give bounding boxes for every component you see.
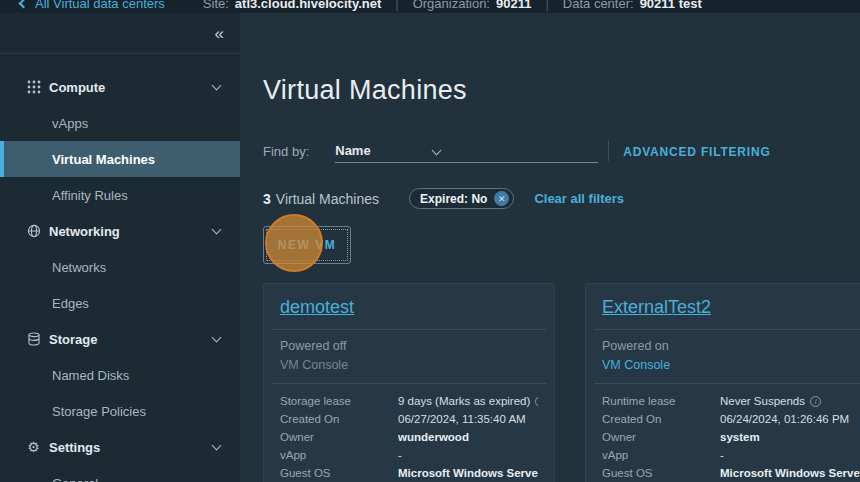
detail-value: - bbox=[398, 446, 402, 464]
data-center-value: 90211 test bbox=[640, 0, 702, 11]
info-icon[interactable]: i bbox=[535, 396, 538, 407]
detail-label: vApp bbox=[280, 446, 398, 464]
detail-label: Guest OS bbox=[280, 464, 398, 482]
detail-row: Owner wunderwood bbox=[280, 428, 538, 446]
detail-value: 06/27/2024, 11:35:40 AM bbox=[398, 410, 526, 428]
vm-console-link[interactable]: VM Console bbox=[280, 356, 538, 375]
sidebar-item-label: Storage Policies bbox=[52, 404, 146, 419]
chevron-down-icon bbox=[431, 145, 441, 155]
data-center-label: Data center: bbox=[563, 0, 634, 11]
vm-name-link[interactable]: ExternalTest2 bbox=[602, 297, 711, 317]
topbar-separator: | bbox=[545, 0, 548, 11]
detail-label: Guest OS bbox=[602, 464, 720, 482]
advanced-filtering-link[interactable]: ADVANCED FILTERING bbox=[623, 145, 770, 163]
detail-label: Created On bbox=[280, 410, 398, 428]
find-by-label: Find by: bbox=[263, 144, 309, 163]
chevron-down-icon bbox=[212, 441, 222, 451]
chevron-down-icon bbox=[212, 225, 222, 235]
top-bar: All Virtual data centers Site: atl3.clou… bbox=[0, 0, 860, 13]
sidebar-item-networks[interactable]: Networks bbox=[0, 249, 240, 285]
chevron-down-icon bbox=[212, 81, 222, 91]
detail-label: Owner bbox=[280, 428, 398, 446]
vm-card-demotest: demotest Powered off VM Console Storage … bbox=[263, 283, 555, 482]
sidebar-collapse-icon[interactable]: « bbox=[215, 25, 224, 42]
vm-console-link[interactable]: VM Console bbox=[602, 356, 860, 375]
sidebar-item-label: Affinity Rules bbox=[52, 188, 128, 203]
detail-row: Storage lease 9 days (Marks as expired)i bbox=[280, 392, 538, 410]
vm-cards-row: demotest Powered off VM Console Storage … bbox=[263, 283, 860, 482]
vm-name-link[interactable]: demotest bbox=[280, 297, 354, 317]
detail-value: 9 days (Marks as expired)i bbox=[398, 392, 538, 410]
topbar-separator: | bbox=[395, 0, 398, 11]
sidebar-item-label: Networks bbox=[52, 260, 106, 275]
vm-count-number: 3 bbox=[263, 191, 271, 207]
chevron-down-icon bbox=[212, 333, 222, 343]
sidebar-item-named-disks[interactable]: Named Disks bbox=[0, 357, 240, 393]
site-value: atl3.cloud.hivelocity.net bbox=[235, 0, 381, 11]
sidebar-item-general[interactable]: General bbox=[0, 465, 240, 482]
find-by-row: Find by: Name ADVANCED FILTERING bbox=[263, 139, 860, 163]
vertical-divider bbox=[608, 141, 609, 161]
new-vm-button[interactable]: NEW VM bbox=[263, 226, 351, 264]
page-title: Virtual Machines bbox=[263, 75, 860, 106]
detail-value: Never Suspendsi bbox=[720, 392, 821, 410]
sidebar-section-label: Networking bbox=[49, 224, 120, 239]
sidebar-section-label: Storage bbox=[49, 332, 97, 347]
sidebar-item-label: Edges bbox=[52, 296, 89, 311]
sidebar-item-affinity-rules[interactable]: Affinity Rules bbox=[0, 177, 240, 213]
gear-icon: ⚙ bbox=[26, 440, 41, 455]
vm-card-externaltest2: ExternalTest2 Powered on VM Console Runt… bbox=[585, 283, 860, 482]
back-link-label: All Virtual data centers bbox=[35, 0, 165, 11]
organization-label: Organization: bbox=[413, 0, 490, 11]
detail-value: Microsoft Windows Server 20... bbox=[398, 464, 538, 482]
info-icon[interactable]: i bbox=[810, 396, 821, 407]
detail-label: Storage lease bbox=[280, 392, 398, 410]
detail-row: vApp - bbox=[280, 446, 538, 464]
chevron-left-icon bbox=[19, 0, 29, 8]
sidebar-section-settings[interactable]: ⚙ Settings bbox=[0, 429, 240, 465]
sidebar-section-label: Settings bbox=[49, 440, 100, 455]
storage-icon bbox=[26, 332, 41, 347]
detail-value: wunderwood bbox=[398, 428, 469, 446]
sidebar-item-label: Named Disks bbox=[52, 368, 129, 383]
detail-label: Created On bbox=[602, 410, 720, 428]
detail-row: Guest OS Microsoft Windows Server 20... bbox=[602, 464, 860, 482]
organization-value: 90211 bbox=[496, 0, 531, 11]
sidebar-item-label: Virtual Machines bbox=[52, 152, 155, 167]
power-state: Powered off bbox=[280, 337, 538, 356]
detail-label: vApp bbox=[602, 446, 720, 464]
find-by-select[interactable]: Name bbox=[335, 143, 598, 163]
globe-icon bbox=[26, 224, 41, 239]
detail-row: Runtime lease Never Suspendsi bbox=[602, 392, 860, 410]
detail-row: vApp - bbox=[602, 446, 860, 464]
detail-value: Microsoft Windows Server 20... bbox=[720, 464, 860, 482]
detail-value: - bbox=[720, 446, 724, 464]
chip-close-icon[interactable]: ✕ bbox=[494, 191, 509, 206]
sidebar-section-networking[interactable]: Networking bbox=[0, 213, 240, 249]
find-by-selected-value: Name bbox=[335, 143, 370, 158]
vm-count-label: Virtual Machines bbox=[276, 191, 379, 207]
sidebar-item-label: General bbox=[52, 476, 98, 482]
detail-row: Guest OS Microsoft Windows Server 20... bbox=[280, 464, 538, 482]
filter-chip-label: Expired: No bbox=[420, 192, 487, 206]
site-label: Site: bbox=[203, 0, 229, 11]
clear-all-filters-link[interactable]: Clear all filters bbox=[534, 191, 624, 206]
sidebar-section-storage[interactable]: Storage bbox=[0, 321, 240, 357]
vm-count-row: 3 Virtual Machines Expired: No ✕ Clear a… bbox=[263, 188, 860, 209]
detail-row: Created On 06/27/2024, 11:35:40 AM bbox=[280, 410, 538, 428]
sidebar-item-edges[interactable]: Edges bbox=[0, 285, 240, 321]
expired-filter-chip[interactable]: Expired: No ✕ bbox=[409, 188, 514, 209]
sidebar-item-vapps[interactable]: vApps bbox=[0, 105, 240, 141]
sidebar-nav: Compute vApps Virtual Machines Affinity … bbox=[0, 54, 240, 482]
back-to-data-centers-link[interactable]: All Virtual data centers bbox=[20, 0, 165, 11]
main-content: Virtual Machines Find by: Name ADVANCED … bbox=[240, 13, 860, 482]
sidebar-item-label: vApps bbox=[52, 116, 88, 131]
sidebar-item-storage-policies[interactable]: Storage Policies bbox=[0, 393, 240, 429]
sidebar-section-label: Compute bbox=[49, 80, 105, 95]
detail-value: system bbox=[720, 428, 760, 446]
detail-value: 06/24/2024, 01:26:46 PM bbox=[720, 410, 849, 428]
power-state: Powered on bbox=[602, 337, 860, 356]
sidebar-item-virtual-machines[interactable]: Virtual Machines bbox=[0, 141, 240, 177]
detail-row: Created On 06/24/2024, 01:26:46 PM bbox=[602, 410, 860, 428]
sidebar-section-compute[interactable]: Compute bbox=[0, 69, 240, 105]
